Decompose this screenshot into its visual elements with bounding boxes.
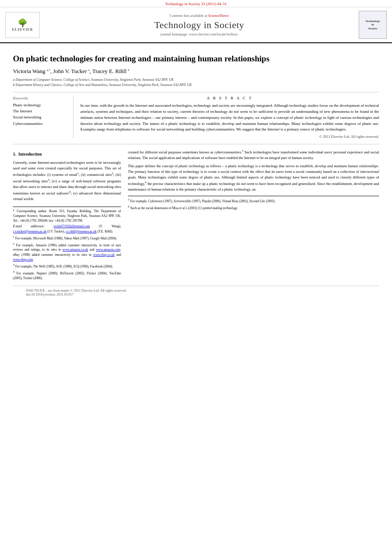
keyword-2: The Internet [13,108,69,114]
bottom-bar: 0160-791X/$ – see front matter © 2011 El… [13,286,379,299]
keyword-4: Cybercommunities [13,121,69,127]
section1-num: 1. [13,152,16,156]
journal-homepage: journal homepage: www.elsevier.com/locat… [44,32,354,36]
elsevier-logo: 🌳 ELSEVIER [5,12,40,38]
right-column: created for different social purposes so… [128,149,379,281]
article-title: On phatic technologies for creating and … [13,54,379,64]
bottom-doi: doi:10.1016/j.techsoc.2011.03.017 [26,293,74,296]
header-center: Contents lists available at ScienceDirec… [44,13,354,36]
journal-logo-right: Technology in Society [359,11,387,39]
contents-line: Contents lists available at ScienceDirec… [44,13,354,18]
abstract-text: In our time, with the growth in the Inte… [80,103,379,133]
keywords-label: Keywords: [13,96,69,100]
elsevier-wordmark: ELSEVIER [12,28,33,32]
footnote-2: 2 For example, Amazon (1996) added custo… [13,242,121,262]
author-sup-a2: a [88,68,89,71]
abstract-heading: A B S T R A C T [80,96,379,100]
affil-b: b Department History and Classics, Colle… [13,83,379,88]
section1-heading: 1. Introduction [13,151,121,158]
main-content: On phatic technologies for creating and … [0,43,392,303]
keyword-3: Social networking [13,114,69,120]
footnote-1: 1 For example, Microsoft Mail (1988), Ya… [13,235,121,241]
right-para1: created for different social purposes so… [128,149,379,161]
journal-title: Technology in Society [44,19,354,31]
divider-2 [13,144,379,144]
elsevier-tree-icon: 🌳 [18,18,27,28]
affil-a: a Department of Computer Science, Colleg… [13,77,379,83]
contents-text: Contents lists available at [170,13,207,18]
top-bar-text: Technology in Society 33 (2011) 44–51 [165,2,227,6]
footnote-corresponding: * Corresponding author. Room 313, Farada… [13,209,121,223]
footnotes-left: * Corresponding author. Room 313, Farada… [13,207,121,280]
right-para2: This paper defines the concept of phatic… [128,163,379,193]
bottom-text: 0160-791X/$ – see front matter © 2011 El… [26,289,127,293]
author-sup-a: a,* [47,68,50,71]
abstract-section: Keywords: Phatic technology The Internet… [13,96,379,139]
journal-header: 🌳 ELSEVIER Contents lists available at S… [0,7,392,43]
journal-logo-title: Technology in Society [366,19,380,30]
sciencedirect-link[interactable]: ScienceDirect [208,13,229,18]
abstract-text-area: A B S T R A C T In our time, with the gr… [80,96,379,139]
footnote-4: 4 For example, Napster (2000), BitTorren… [13,270,121,280]
footnote-3: 3 For example, The Well (1985), AOL (198… [13,263,121,269]
section1-para1: Currently, some Internet-associated tech… [13,160,121,202]
abstract-copyright: © 2011 Elsevier Ltd. All rights reserved… [80,134,379,139]
footnote-6: 6 Such as the social dimension of Misa e… [128,204,379,210]
divider-1 [13,92,379,92]
body-columns: 1. Introduction Currently, some Internet… [13,149,379,281]
author-sup-b: b [128,68,130,71]
footnotes-right: 5 For example, Cybertown (1997), Activew… [128,196,379,210]
affiliations: a Department of Computer Science, Colleg… [13,77,379,88]
footnote-5: 5 For example, Cybertown (1997), Activew… [128,197,379,204]
authors: Victoria Wang a,*, John V. Tucker a, Tra… [13,68,379,75]
keywords-box: Keywords: Phatic technology The Internet… [13,96,73,139]
top-bar: Technology in Society 33 (2011) 44–51 [0,0,392,7]
section1-title: Introduction [19,152,42,156]
keyword-1: Phatic technology [13,102,69,108]
footnote-email: E-mail addresses: vichil471026@hotmail.c… [13,224,121,234]
left-column: 1. Introduction Currently, some Internet… [13,149,121,281]
